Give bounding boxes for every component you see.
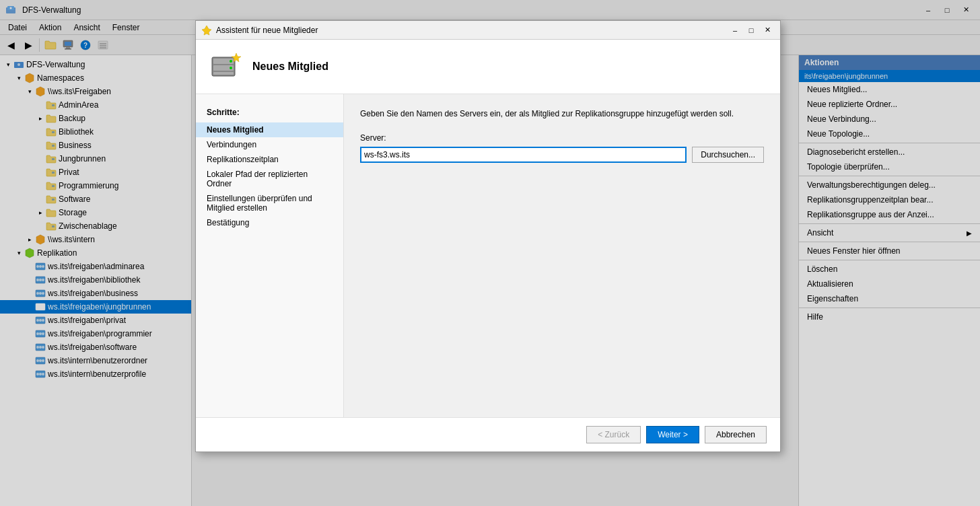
wizard-minimize-btn[interactable]: – [728,24,742,36]
wizard-cancel-btn[interactable]: Abbrechen [705,426,767,443]
step-verbindungen[interactable]: Verbindungen [196,137,343,152]
wizard-dialog: Assistent für neue Mitglieder – □ ✕ [195,20,781,452]
wizard-close-btn[interactable]: ✕ [760,24,775,36]
step-lokaler-pfad[interactable]: Lokaler Pfad der replizierten Ordner [196,167,343,191]
wizard-browse-btn[interactable]: Durchsuchen... [692,147,764,163]
wizard-next-btn[interactable]: Weiter > [646,426,699,443]
steps-title: Schritte: [196,105,343,122]
wizard-field-row: Durchsuchen... [360,147,764,163]
wizard-title-bar: Assistent für neue Mitglieder – □ ✕ [196,21,780,40]
wizard-footer: < Zurück Weiter > Abbrechen [196,417,780,451]
wizard-back-btn[interactable]: < Zurück [586,426,641,443]
wizard-maximize-btn[interactable]: □ [744,24,759,36]
step-replikationszeitplan[interactable]: Replikationszeitplan [196,152,343,167]
svg-rect-63 [213,72,234,75]
svg-marker-59 [202,26,211,35]
wizard-title-text: Assistent für neue Mitglieder [216,26,318,35]
wizard-server-label: Server: [360,133,764,143]
main-window: DFS-Verwaltung – □ ✕ Datei Aktion Ansich… [0,0,980,506]
svg-point-65 [230,67,232,69]
wizard-title-icon [201,25,212,36]
wizard-body: Schritte: Neues Mitglied Verbindungen Re… [196,94,780,417]
modal-overlay: Assistent für neue Mitglieder – □ ✕ [0,0,980,506]
step-neues-mitglied[interactable]: Neues Mitglied [196,122,343,137]
wizard-header-title: Neues Mitglied [252,61,328,73]
step-einstellungen-pruefen[interactable]: Einstellungen überprüfen und Mitglied er… [196,191,343,215]
wizard-description: Geben Sie den Namen des Servers ein, der… [360,108,764,120]
step-bestaetigung[interactable]: Bestätigung [196,215,343,230]
wizard-content: Geben Sie den Namen des Servers ein, der… [344,94,780,417]
wizard-server-input[interactable] [360,147,687,163]
svg-point-64 [230,60,232,63]
wizard-header: Neues Mitglied [196,40,780,94]
wizard-header-icon [209,50,242,83]
steps-panel: Schritte: Neues Mitglied Verbindungen Re… [196,94,344,417]
